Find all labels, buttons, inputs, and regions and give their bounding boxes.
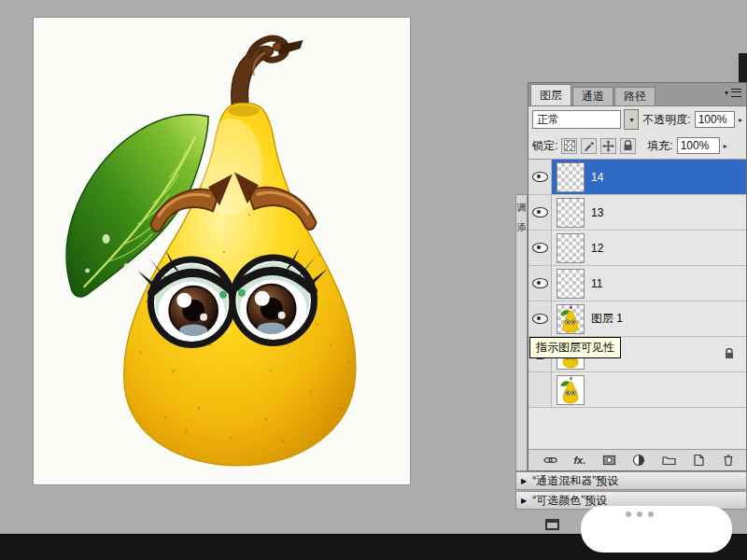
layer-row[interactable]: 12: [529, 231, 746, 266]
fill-label: 填充:: [647, 138, 672, 154]
layer-visibility-toggle[interactable]: [529, 266, 552, 301]
layer-thumbnail[interactable]: [557, 269, 585, 299]
pear-artwork: [34, 18, 410, 484]
adjustment-layer-button[interactable]: [630, 453, 647, 468]
move-icon: [602, 140, 614, 152]
eye-icon: [532, 207, 548, 217]
fill-field[interactable]: 100%: [677, 137, 720, 154]
opacity-slider-arrow-icon[interactable]: ▸: [739, 116, 742, 124]
visibility-tooltip: 指示图层可见性: [529, 337, 621, 358]
pear-thumbnail-art: [557, 305, 584, 333]
layer-row[interactable]: 图层 1: [529, 301, 746, 337]
brush-icon: [583, 140, 595, 152]
layer-thumbnail[interactable]: [557, 162, 585, 192]
collapsed-adjustments-panel[interactable]: 调 添: [515, 194, 528, 471]
pear-stem: [232, 38, 303, 112]
layer-thumbnail[interactable]: [557, 198, 585, 228]
layers-panel: 图层 通道 路径 ▾ 正常 ▾ 不透明度: 100% ▸ 锁定: 填充: 100…: [528, 82, 747, 471]
layer-visibility-toggle[interactable]: [529, 195, 552, 230]
layer-thumbnail[interactable]: [557, 233, 585, 263]
eye-icon: [532, 243, 548, 253]
expand-arrow-icon: ▶: [521, 497, 527, 505]
preset-group-label: “通道混和器”预设: [532, 473, 618, 489]
trash-icon: [722, 454, 735, 467]
opacity-label: 不透明度:: [642, 112, 690, 128]
preset-group-channel-mixer[interactable]: ▶ “通道混和器”预设: [515, 471, 747, 490]
layers-panel-toolbar: fx.: [529, 449, 746, 470]
lock-icon: [725, 348, 734, 359]
preset-group-label: “可选颜色”预设: [532, 493, 607, 509]
panel-tab-bar: 图层 通道 路径 ▾: [529, 83, 746, 106]
link-icon: [543, 454, 557, 467]
lock-transparency-button[interactable]: [561, 138, 577, 154]
photoshop-workspace: { "icons": { "dropdown_arrow": "▾", "sli…: [0, 0, 747, 560]
layer-visibility-toggle[interactable]: [529, 372, 552, 407]
layer-locked-indicator: [725, 346, 734, 363]
layer-group-button[interactable]: [660, 453, 677, 468]
new-layer-button[interactable]: [690, 453, 707, 468]
layer-style-button[interactable]: fx.: [571, 453, 588, 468]
window-edge: [739, 53, 747, 84]
layer-name[interactable]: 13: [591, 206, 603, 219]
lock-position-button[interactable]: [600, 138, 616, 154]
adjustments-panel-label-char: 添: [516, 221, 527, 234]
layer-thumbnail[interactable]: [557, 304, 585, 334]
transparency-icon: [564, 140, 575, 151]
panel-menu-button[interactable]: ▾: [725, 89, 741, 97]
adjustment-layer-icon: [632, 454, 645, 467]
ellipsis-dots-icon: [626, 511, 654, 517]
eye-icon: [532, 278, 548, 288]
notification-bubble: [581, 506, 732, 553]
lock-fill-row: 锁定: 填充: 100% ▸: [529, 133, 746, 159]
layer-mask-button[interactable]: [601, 453, 618, 468]
layer-visibility-toggle[interactable]: [529, 301, 552, 336]
layer-thumbnail[interactable]: [557, 375, 585, 405]
layer-row[interactable]: [529, 372, 746, 408]
layer-visibility-toggle[interactable]: [529, 160, 552, 194]
adjustments-panel-label-char: 调: [516, 202, 527, 215]
layer-name[interactable]: 12: [591, 242, 603, 255]
layer-name[interactable]: 11: [591, 277, 602, 290]
fill-slider-arrow-icon[interactable]: ▸: [724, 142, 727, 150]
folder-icon: [662, 454, 676, 467]
layer-row[interactable]: 14: [529, 160, 746, 195]
layer-list: 14 13 12 11: [529, 159, 746, 449]
tab-paths[interactable]: 路径: [614, 87, 655, 105]
blend-mode-select[interactable]: 正常: [532, 110, 621, 129]
layer-row[interactable]: 11: [529, 266, 746, 301]
chevron-down-icon: ▾: [629, 116, 633, 124]
lock-all-button[interactable]: [620, 138, 636, 154]
menu-icon: [731, 89, 741, 97]
opacity-field[interactable]: 100%: [695, 111, 735, 128]
layer-row[interactable]: 13: [529, 195, 746, 231]
tab-layers[interactable]: 图层: [530, 84, 571, 105]
layer-name[interactable]: 14: [591, 171, 603, 184]
chevron-down-icon: ▾: [725, 90, 728, 97]
window-icon[interactable]: [545, 519, 559, 530]
layer-name[interactable]: 图层 1: [591, 311, 623, 327]
link-layers-button[interactable]: [542, 453, 558, 468]
lock-icon: [623, 140, 633, 151]
layer-mask-icon: [602, 454, 616, 467]
lock-pixels-button[interactable]: [581, 138, 597, 154]
blend-mode-dropdown-button[interactable]: ▾: [624, 109, 639, 130]
new-layer-icon: [692, 454, 705, 467]
tab-channels[interactable]: 通道: [572, 87, 613, 105]
blend-opacity-row: 正常 ▾ 不透明度: 100% ▸: [529, 106, 746, 133]
document-canvas[interactable]: [33, 17, 411, 485]
expand-arrow-icon: ▶: [521, 477, 527, 485]
delete-layer-button[interactable]: [720, 453, 737, 468]
eye-icon: [532, 314, 548, 324]
layer-visibility-toggle[interactable]: [529, 231, 552, 265]
lock-label: 锁定:: [532, 138, 557, 154]
eye-icon: [532, 172, 548, 182]
pear-thumbnail-art: [557, 376, 584, 404]
fx-icon: fx.: [573, 455, 585, 466]
